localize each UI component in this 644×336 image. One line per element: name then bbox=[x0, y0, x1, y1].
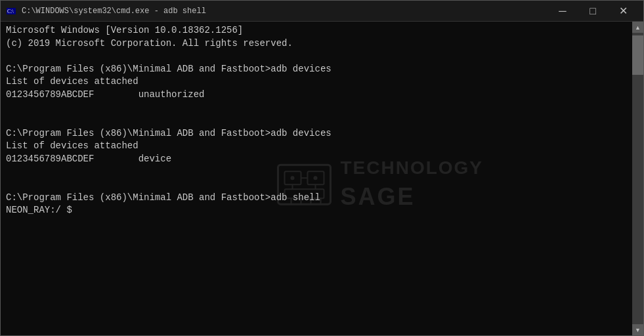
console-line: 0123456789ABCDEF unauthorized bbox=[6, 89, 627, 102]
console-line: C:\Program Files (x86)\Minimal ADB and F… bbox=[6, 127, 627, 140]
cmd-icon: C:\ bbox=[6, 6, 16, 16]
console-line: List of devices attached bbox=[6, 140, 627, 153]
console-line: 0123456789ABCDEF device bbox=[6, 153, 627, 166]
console-line bbox=[6, 102, 627, 115]
scrollbar: ▲ ▼ bbox=[632, 22, 643, 335]
console-line bbox=[6, 166, 627, 179]
scrollbar-track[interactable] bbox=[632, 33, 643, 324]
scroll-down-button[interactable]: ▼ bbox=[632, 324, 643, 335]
cmd-window: C:\ C:\WINDOWS\system32\cmd.exe - adb sh… bbox=[0, 0, 644, 336]
console-line: Microsoft Windows [Version 10.0.18362.12… bbox=[6, 24, 627, 37]
console-line bbox=[6, 114, 627, 127]
scroll-up-button[interactable]: ▲ bbox=[632, 22, 643, 33]
title-bar: C:\ C:\WINDOWS\system32\cmd.exe - adb sh… bbox=[1, 1, 643, 22]
window-title: C:\WINDOWS\system32\cmd.exe - adb shell bbox=[22, 7, 547, 16]
console-line: C:\Program Files (x86)\Minimal ADB and F… bbox=[6, 63, 627, 76]
svg-text:C:\: C:\ bbox=[7, 9, 14, 14]
console-line: NEON_RAY:/ $ bbox=[6, 204, 627, 217]
scrollbar-thumb[interactable] bbox=[632, 35, 643, 75]
console-line bbox=[6, 50, 627, 63]
console-line: List of devices attached bbox=[6, 75, 627, 89]
console-line bbox=[6, 178, 627, 192]
minimize-button[interactable]: ─ bbox=[547, 1, 578, 22]
maximize-button[interactable]: □ bbox=[578, 1, 608, 22]
window-controls: ─ □ ✕ bbox=[547, 1, 638, 22]
console-output[interactable]: Microsoft Windows [Version 10.0.18362.12… bbox=[1, 22, 632, 335]
console-area: Microsoft Windows [Version 10.0.18362.12… bbox=[1, 22, 643, 335]
close-button[interactable]: ✕ bbox=[608, 1, 638, 22]
console-line: C:\Program Files (x86)\Minimal ADB and F… bbox=[6, 192, 627, 205]
console-line: (c) 2019 Microsoft Corporation. All righ… bbox=[6, 37, 627, 51]
